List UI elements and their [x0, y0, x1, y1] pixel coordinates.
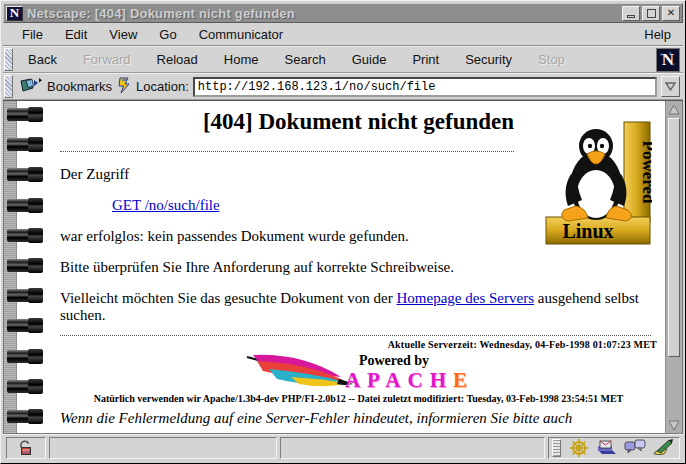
location-bar: Bookmarks Location:	[3, 73, 683, 100]
reload-button[interactable]: Reload	[144, 48, 211, 71]
chevron-down-icon	[665, 82, 676, 91]
netscape-window-icon: N	[6, 6, 23, 21]
composer-icon[interactable]	[650, 438, 676, 458]
scrollbar-trough[interactable]	[666, 358, 682, 417]
arrow-down-icon	[668, 420, 680, 431]
webmaster-notice: Wenn die Fehlermeldung auf eine Server-F…	[60, 409, 657, 434]
request-link[interactable]: GET /no/such/file	[112, 197, 220, 213]
browser-window: N Netscape: [404] Dokument nicht gefunde…	[0, 0, 686, 464]
svg-text:Linux: Linux	[562, 220, 613, 242]
discussions-icon[interactable]	[622, 438, 648, 458]
minimize-button[interactable]	[622, 6, 640, 21]
title-bar[interactable]: N Netscape: [404] Dokument nicht gefunde…	[3, 3, 683, 23]
apache-wordmark: APACHE	[345, 370, 474, 391]
paragraph-homepage-hint: Vielleicht möchten Sie das gesuchte Doku…	[60, 290, 657, 324]
inbox-icon[interactable]	[594, 438, 620, 458]
maximize-icon	[647, 9, 656, 18]
menu-view[interactable]: View	[98, 25, 148, 44]
scroll-up-button[interactable]	[666, 101, 682, 117]
security-indicator[interactable]	[6, 437, 46, 459]
arrow-up-icon	[668, 104, 680, 115]
security-button[interactable]: Security	[452, 48, 525, 71]
home-button[interactable]: Home	[211, 48, 272, 71]
status-bar	[3, 434, 683, 461]
url-dropdown-button[interactable]	[661, 76, 680, 97]
scroll-down-button[interactable]	[666, 417, 682, 433]
dotted-horizontal-rule-top	[60, 151, 514, 152]
unlocked-padlock-icon	[18, 440, 34, 456]
paragraph-schreibweise: Bitte überprüfen Sie Ihre Anforderung au…	[60, 259, 657, 276]
browser-viewport: Linux Powered [404] Doku	[3, 100, 683, 434]
bookmarks-label[interactable]: Bookmarks	[47, 79, 112, 94]
forward-button: Forward	[70, 48, 144, 71]
linux-powered-logo: Linux Powered	[544, 114, 652, 247]
vertical-scrollbar[interactable]	[665, 101, 682, 433]
bookmarks-icon[interactable]	[19, 77, 43, 97]
window-title: Netscape: [404] Dokument nicht gefunden	[27, 6, 618, 21]
navigation-toolbar: Back Forward Reload Home Search Guide Pr…	[3, 46, 683, 73]
page-proxy-icon[interactable]	[116, 77, 132, 97]
svg-text:Powered: Powered	[639, 141, 652, 204]
url-input[interactable]	[193, 77, 657, 97]
menu-edit[interactable]: Edit	[54, 25, 98, 44]
location-bar-grip[interactable]	[4, 75, 13, 98]
maximize-button[interactable]	[642, 6, 660, 21]
search-button[interactable]: Search	[271, 48, 338, 71]
menu-communicator[interactable]: Communicator	[188, 25, 295, 44]
server-version-text: Natürlich verwenden wir Apache/1.3b4-dev…	[60, 393, 657, 404]
minimize-icon	[627, 15, 635, 18]
stop-button: Stop	[525, 48, 578, 71]
component-bar	[548, 437, 680, 459]
scrollbar-thumb[interactable]	[668, 118, 680, 357]
guide-button[interactable]: Guide	[339, 48, 400, 71]
close-button[interactable]: ✕	[662, 6, 680, 21]
netscape-logo[interactable]: N	[656, 48, 680, 72]
navigator-icon[interactable]	[566, 438, 592, 458]
location-label: Location:	[136, 79, 189, 94]
homepage-link[interactable]: Homepage des Servers	[397, 290, 534, 306]
component-bar-grip[interactable]	[552, 439, 561, 457]
server-time-text: Aktuelle Serverzeit: Wednesday, 04-Feb-1…	[60, 339, 657, 350]
apache-powered-logo: Powered by APACHE	[60, 351, 657, 391]
progress-panel	[49, 437, 277, 459]
dotted-horizontal-rule-bottom	[60, 335, 651, 336]
webmaster-link[interactable]: KwaamReo.dialup.mch.sni.de's Web-Master	[60, 430, 323, 435]
status-message-panel	[280, 437, 545, 459]
document-page: Linux Powered [404] Doku	[50, 101, 665, 433]
menu-file[interactable]: File	[11, 25, 54, 44]
apache-powered-by-text: Powered by	[359, 354, 474, 368]
close-icon: ✕	[667, 8, 675, 18]
window-controls: ✕	[622, 6, 680, 21]
menu-bar: File Edit View Go Communicator Help	[3, 23, 683, 46]
back-button[interactable]: Back	[15, 48, 70, 71]
menu-go[interactable]: Go	[148, 25, 187, 44]
notebook-margin-texture	[4, 101, 17, 433]
print-button[interactable]: Print	[399, 48, 452, 71]
toolbar-grip[interactable]	[4, 48, 13, 71]
menu-help[interactable]: Help	[640, 25, 675, 44]
